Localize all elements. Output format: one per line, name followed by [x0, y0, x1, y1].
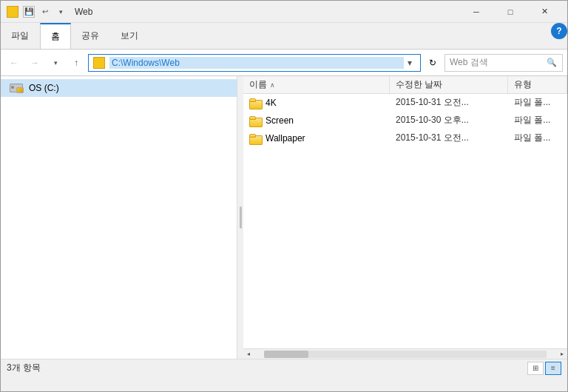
drive-label-icon: [16, 87, 24, 93]
view-buttons: ⊞ ≡: [527, 362, 561, 375]
file-date-cell: 2015-10-31 오전...: [390, 129, 508, 146]
horizontal-scrollbar[interactable]: ◂ ▸: [243, 348, 567, 359]
file-name-cell: Wallpaper: [243, 129, 390, 146]
col-header-date[interactable]: 수정한 날짜: [390, 76, 508, 93]
ribbon: 파일 홈 공유 보기 ?: [1, 23, 567, 50]
list-view-icon: ⊞: [532, 364, 538, 372]
file-name-cell: Screen: [243, 112, 390, 129]
address-bar[interactable]: C:\Windows\Web ▾: [88, 54, 421, 72]
file-list-container: 이름 ∧ 수정한 날짜 유형 4K 2015-10-31 오전...: [243, 76, 567, 359]
address-folder-icon: [93, 57, 105, 69]
tab-share[interactable]: 공유: [71, 23, 110, 49]
scroll-track[interactable]: [264, 351, 547, 358]
scroll-right-button[interactable]: ▸: [557, 349, 567, 359]
window-icon: [7, 6, 18, 18]
quick-back-btn: ↩: [39, 6, 51, 18]
drive-icon-body: [10, 84, 23, 92]
forward-button[interactable]: →: [26, 54, 44, 72]
quick-save-btn[interactable]: 💾: [23, 6, 35, 18]
title-bar-left: 💾 ↩ ▾ Web: [7, 6, 92, 18]
file-name-cell: 4K: [243, 94, 390, 111]
detail-view-button[interactable]: ≡: [545, 362, 561, 375]
file-rows: 4K 2015-10-31 오전... 파일 폴... Screen 2015-…: [243, 94, 567, 348]
file-date-cell: 2015-10-31 오전...: [390, 94, 508, 111]
back-button[interactable]: ←: [5, 54, 23, 72]
file-row-4k[interactable]: 4K 2015-10-31 오전... 파일 폴...: [243, 94, 567, 112]
sidebar-item-c-drive[interactable]: OS (C:): [1, 79, 237, 97]
sort-icon: ∧: [270, 81, 275, 89]
file-type-cell: 파일 폴...: [508, 112, 567, 129]
folder-icon: [249, 98, 261, 108]
scroll-thumb[interactable]: [264, 351, 308, 358]
tab-file[interactable]: 파일: [1, 23, 40, 49]
splitter-vertical[interactable]: [237, 76, 243, 359]
search-placeholder: Web 검색: [450, 56, 546, 69]
file-type-cell: 파일 폴...: [508, 129, 567, 146]
search-bar: Web 검색 🔍: [444, 54, 563, 72]
tab-home[interactable]: 홈: [40, 23, 71, 49]
sidebar-item-label: OS (C:): [29, 83, 59, 93]
maximize-button[interactable]: □: [493, 1, 527, 23]
nav-bar: ← → ▾ ↑ C:\Windows\Web ▾ ↻ Web 검색 🔍: [1, 50, 567, 76]
file-name: Screen: [266, 115, 294, 126]
folder-icon: [249, 115, 261, 126]
up-button[interactable]: ↑: [67, 54, 85, 72]
address-text: C:\Windows\Web: [109, 57, 404, 69]
ribbon-spacer: [149, 23, 551, 49]
detail-view-icon: ≡: [551, 364, 555, 372]
scroll-left-button[interactable]: ◂: [243, 349, 254, 359]
column-headers: 이름 ∧ 수정한 날짜 유형: [243, 76, 567, 94]
folder-icon: [249, 133, 261, 143]
main-content: OS (C:) 이름 ∧ 수정한 날짜 유형 4K: [1, 76, 567, 359]
file-name: Wallpaper: [266, 133, 305, 143]
minimize-button[interactable]: ─: [459, 1, 493, 23]
title-bar: 💾 ↩ ▾ Web ─ □ ✕: [1, 1, 567, 23]
status-bar: 3개 항목 ⊞ ≡: [1, 359, 567, 376]
close-button[interactable]: ✕: [527, 1, 561, 23]
window-title: Web: [75, 7, 92, 17]
splitter-handle: [240, 206, 242, 229]
status-count: 3개 항목: [7, 362, 41, 374]
file-name: 4K: [266, 98, 277, 108]
title-controls: ─ □ ✕: [459, 1, 561, 23]
quick-dropdown-btn[interactable]: ▾: [55, 7, 66, 17]
help-button[interactable]: ?: [551, 23, 567, 39]
col-header-name[interactable]: 이름 ∧: [243, 76, 390, 93]
refresh-button[interactable]: ↻: [424, 54, 442, 72]
file-date-cell: 2015-10-30 오후...: [390, 112, 508, 129]
col-header-type[interactable]: 유형: [508, 76, 567, 93]
list-view-button[interactable]: ⊞: [527, 362, 544, 375]
history-dropdown-button[interactable]: ▾: [47, 54, 64, 72]
sidebar: OS (C:): [1, 76, 237, 359]
file-row-screen[interactable]: Screen 2015-10-30 오후... 파일 폴...: [243, 112, 567, 129]
search-button[interactable]: 🔍: [546, 58, 558, 67]
file-type-cell: 파일 폴...: [508, 94, 567, 111]
drive-icon: [10, 82, 24, 94]
address-dropdown-button[interactable]: ▾: [404, 58, 416, 68]
tab-view[interactable]: 보기: [110, 23, 149, 49]
file-row-wallpaper[interactable]: Wallpaper 2015-10-31 오전... 파일 폴...: [243, 129, 567, 147]
